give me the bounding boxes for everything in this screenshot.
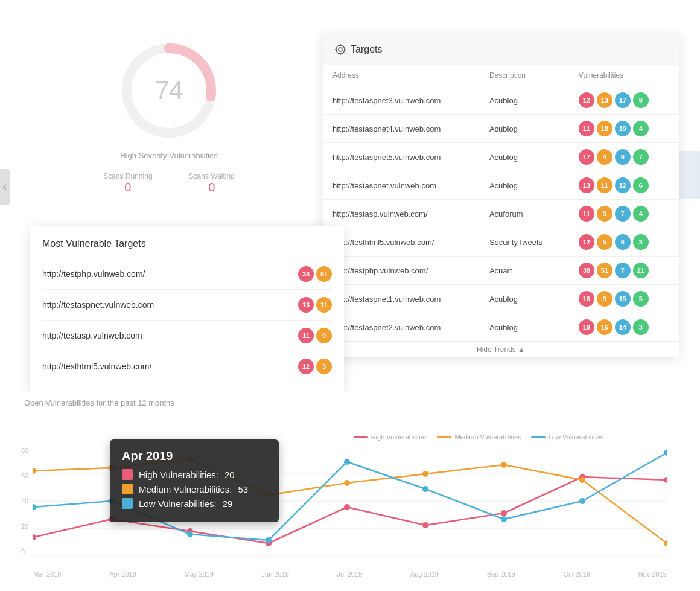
list-item[interactable]: http://testhtml5.vulnweb.com/ 12 5 bbox=[42, 351, 332, 382]
vuln-badge: 51 bbox=[597, 263, 612, 278]
x-label: Sep 2019 bbox=[487, 570, 515, 578]
vuln-badge: 5 bbox=[597, 234, 612, 250]
tooltip-medium-label: Medium Vulnerabilities: bbox=[139, 484, 232, 494]
x-label: Nov 2019 bbox=[638, 570, 667, 578]
vuln-badge: 9 bbox=[597, 291, 612, 307]
target-address: http://testaspnet2.vulnweb.com bbox=[323, 313, 480, 342]
legend-item: Medium Vulnerabilities bbox=[437, 433, 521, 441]
col-description: Description bbox=[480, 65, 569, 86]
svg-point-38 bbox=[579, 498, 585, 504]
vuln-badge: 13 bbox=[579, 177, 594, 193]
vuln-badge-high: 13 bbox=[298, 297, 314, 313]
table-row[interactable]: http://testasp.vulnweb.com/ Acuforum 119… bbox=[323, 200, 679, 228]
svg-point-31 bbox=[33, 504, 36, 510]
svg-point-33 bbox=[187, 531, 193, 537]
table-row[interactable]: http://testhtml5.vulnweb.com/ SecurityTw… bbox=[323, 228, 679, 257]
sidebar-left[interactable] bbox=[0, 169, 10, 205]
svg-point-2 bbox=[336, 45, 345, 54]
list-item[interactable]: http://testaspnet.vulnweb.com 13 11 bbox=[42, 290, 332, 321]
vuln-badge: 11 bbox=[579, 121, 594, 136]
mvt-url: http://testphp.vulnweb.com/ bbox=[42, 269, 145, 279]
tooltip-low-label: Low Vulnerabilities: bbox=[139, 499, 217, 509]
y-label: 40 bbox=[21, 497, 28, 505]
col-vulnerabilities: Vulnerabilities bbox=[569, 65, 679, 86]
vuln-badge: 16 bbox=[597, 319, 612, 335]
mvt-url: http://testhtml5.vulnweb.com/ bbox=[42, 362, 151, 371]
target-address: http://testaspnet3.vulnweb.com bbox=[323, 86, 480, 115]
x-label: May 2019 bbox=[185, 570, 214, 578]
table-row[interactable]: http://testaspnet.vulnweb.com Acublog 13… bbox=[323, 171, 679, 200]
target-address: http://testasp.vulnweb.com/ bbox=[323, 200, 480, 228]
target-vulns: 12563 bbox=[569, 228, 679, 257]
vuln-badge: 4 bbox=[633, 206, 649, 222]
table-row[interactable]: http://testaspnet2.vulnweb.com Acublog 1… bbox=[323, 313, 679, 342]
x-label: Jul 2019 bbox=[337, 570, 363, 578]
vuln-badge-medium: 5 bbox=[316, 359, 332, 374]
vuln-badge: 3 bbox=[633, 319, 649, 335]
target-vulns: 11974 bbox=[569, 200, 679, 228]
table-row[interactable]: http://testaspnet5.vulnweb.com Acublog 1… bbox=[323, 143, 679, 171]
donut-label: High Severity Vulnerabilities bbox=[78, 151, 259, 160]
tooltip: Apr 2019 High Vulnerabilities: 20 Medium… bbox=[110, 439, 279, 522]
table-row[interactable]: http://testaspnet1.vulnweb.com Acublog 1… bbox=[323, 285, 679, 313]
target-address: http://testphp.vulnweb.com/ bbox=[323, 257, 480, 285]
target-vulns: 1311126 bbox=[569, 171, 679, 200]
table-row[interactable]: http://testaspnet3.vulnweb.com Acublog 1… bbox=[323, 86, 679, 115]
target-address: http://testhtml5.vulnweb.com/ bbox=[323, 228, 480, 257]
svg-point-37 bbox=[501, 516, 507, 522]
x-label: Apr 2019 bbox=[109, 570, 136, 578]
tooltip-medium-row: Medium Vulnerabilities: 53 bbox=[122, 484, 267, 494]
vuln-badge: 4 bbox=[597, 149, 612, 165]
mvt-rows: http://testphp.vulnweb.com/ 38 51 http:/… bbox=[42, 259, 332, 382]
vuln-badge-medium: 11 bbox=[316, 297, 332, 313]
legend-line bbox=[531, 436, 546, 438]
svg-point-27 bbox=[422, 471, 428, 477]
targets-table: Address Description Vulnerabilities http… bbox=[323, 65, 679, 341]
target-vulns: 3851721 bbox=[569, 257, 679, 285]
target-desc: Acublog bbox=[480, 86, 569, 115]
list-item[interactable]: http://testphp.vulnweb.com/ 38 51 bbox=[42, 259, 332, 290]
vuln-badge: 4 bbox=[633, 121, 649, 136]
scans-waiting-value: 0 bbox=[189, 180, 235, 194]
tooltip-low-swatch bbox=[122, 498, 133, 509]
col-address: Address bbox=[323, 65, 480, 86]
svg-point-28 bbox=[501, 462, 507, 468]
vuln-badge: 9 bbox=[597, 206, 612, 222]
y-label: 60 bbox=[21, 472, 28, 479]
svg-point-21 bbox=[664, 477, 667, 483]
target-desc: Acublog bbox=[480, 313, 569, 342]
y-axis-labels: 020406080 bbox=[21, 447, 28, 555]
svg-point-19 bbox=[501, 510, 507, 516]
vuln-badge: 38 bbox=[579, 263, 594, 278]
target-address: http://testaspnet1.vulnweb.com bbox=[323, 285, 480, 313]
x-label: Jun 2019 bbox=[262, 570, 289, 578]
vuln-badge: 17 bbox=[615, 92, 631, 108]
tooltip-medium-swatch bbox=[122, 484, 133, 494]
target-desc: Acublog bbox=[480, 285, 569, 313]
svg-point-36 bbox=[422, 486, 428, 492]
legend-label: Medium Vulnerabilities bbox=[454, 433, 521, 441]
vuln-badge: 18 bbox=[597, 121, 612, 136]
legend-item: Low Vulnerabilities bbox=[531, 433, 603, 441]
target-desc: Acublog bbox=[480, 143, 569, 171]
vuln-badge: 14 bbox=[615, 319, 631, 335]
tooltip-high-row: High Vulnerabilities: 20 bbox=[122, 469, 267, 480]
hide-trends-button[interactable]: Hide Trends ▲ bbox=[323, 341, 679, 357]
target-desc: Acuart bbox=[480, 257, 569, 285]
targets-title: Targets bbox=[351, 44, 382, 55]
svg-point-29 bbox=[579, 477, 585, 483]
table-row[interactable]: http://testphp.vulnweb.com/ Acuart 38517… bbox=[323, 257, 679, 285]
scans-running: Scans Running 0 bbox=[103, 172, 152, 194]
tooltip-high-label: High Vulnerabilities: bbox=[139, 470, 218, 480]
trend-label: Open Vulnerabilities for the past 12 mon… bbox=[24, 398, 676, 407]
x-axis-labels: Mar 2019Apr 2019May 2019Jun 2019Jul 2019… bbox=[33, 570, 667, 578]
mvt-url: http://testaspnet.vulnweb.com bbox=[42, 300, 154, 310]
target-address: http://testaspnet.vulnweb.com bbox=[323, 171, 480, 200]
table-row[interactable]: http://testaspnet4.vulnweb.com Acublog 1… bbox=[323, 115, 679, 143]
scans-running-label: Scans Running bbox=[103, 172, 152, 180]
tooltip-high-swatch bbox=[122, 469, 133, 480]
vuln-badge: 17 bbox=[579, 149, 594, 165]
mvt-title: Most Vulnerable Targets bbox=[42, 238, 332, 249]
target-address: http://testaspnet5.vulnweb.com bbox=[323, 143, 480, 171]
list-item[interactable]: http://testasp.vulnweb.com 11 9 bbox=[42, 321, 332, 351]
